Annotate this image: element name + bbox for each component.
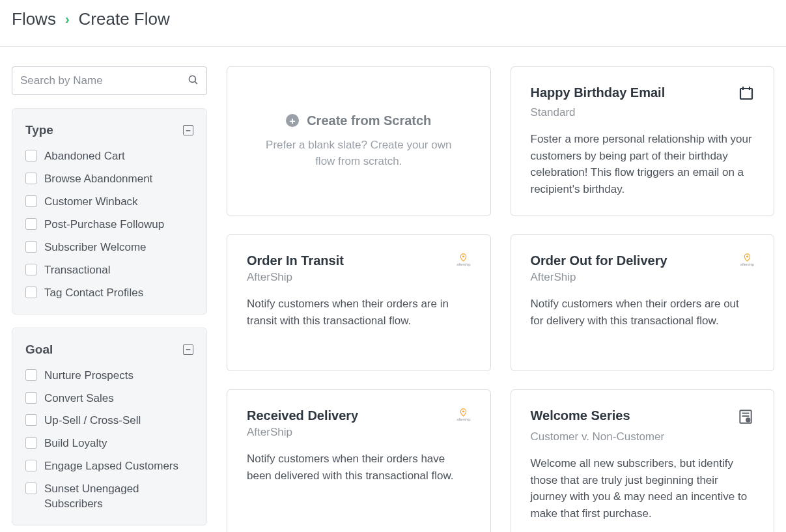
filter-label: Convert Sales (44, 391, 114, 406)
aftership-icon: aftership (456, 408, 470, 421)
filter-header-type: Type − (25, 123, 193, 137)
checkbox[interactable] (25, 287, 37, 298)
scratch-title-text: Create from Scratch (307, 113, 431, 128)
card-title: Received Delivery (247, 408, 358, 423)
filter-item[interactable]: Transactional (25, 263, 193, 278)
filter-label: Browse Abandonment (44, 172, 152, 187)
filter-label: Build Loyalty (44, 436, 107, 451)
sidebar: Type − Abandoned CartBrowse AbandonmentC… (12, 66, 207, 532)
card-description: Foster a more personal relationship with… (531, 131, 755, 197)
aftership-icon: aftership (456, 408, 470, 421)
card-subtitle: AfterShip (247, 271, 471, 284)
card-description: Notify customers when their orders are i… (247, 296, 471, 329)
filter-label: Transactional (44, 263, 110, 278)
svg-point-0 (189, 76, 195, 82)
template-grid: + Create from Scratch Prefer a blank sla… (227, 66, 774, 532)
card-subtitle: AfterShip (531, 271, 755, 284)
create-from-scratch-card[interactable]: + Create from Scratch Prefer a blank sla… (227, 66, 491, 216)
filter-item[interactable]: Abandoned Cart (25, 149, 193, 164)
filter-item[interactable]: Convert Sales (25, 391, 193, 406)
filter-label: Sunset Unengaged Subscribers (44, 482, 193, 512)
filter-label: Nurture Prospects (44, 369, 133, 384)
checkbox[interactable] (25, 460, 37, 471)
plus-circle-icon: + (286, 114, 299, 127)
flow-template-card[interactable]: Happy Birthday EmailStandardFoster a mor… (511, 66, 775, 216)
filter-label: Up-Sell / Cross-Sell (44, 413, 141, 428)
card-description: Notify customers when their orders are o… (531, 296, 755, 329)
checkbox[interactable] (25, 218, 37, 230)
card-subtitle: Standard (531, 106, 755, 119)
svg-point-5 (462, 256, 464, 258)
card-title: Happy Birthday Email (531, 85, 666, 100)
flow-template-card[interactable]: Received DeliveryaftershipAfterShipNotif… (227, 389, 491, 532)
filter-item[interactable]: Tag Contact Profiles (25, 286, 193, 301)
search-input[interactable] (20, 74, 188, 87)
flow-template-card[interactable]: Welcome SeriesCustomer v. Non-CustomerWe… (511, 389, 775, 532)
card-title: Order Out for Delivery (531, 253, 667, 268)
svg-rect-2 (740, 89, 752, 99)
chevron-right-icon: › (65, 12, 70, 27)
filter-item[interactable]: Sunset Unengaged Subscribers (25, 482, 193, 512)
aftership-icon: aftership (740, 253, 754, 266)
filter-item[interactable]: Browse Abandonment (25, 172, 193, 187)
collapse-icon[interactable]: − (183, 125, 193, 135)
flow-template-card[interactable]: Order In TransitaftershipAfterShipNotify… (227, 234, 491, 371)
main-content: Type − Abandoned CartBrowse AbandonmentC… (0, 47, 786, 532)
checkbox[interactable] (25, 241, 37, 253)
aftership-icon: aftership (456, 253, 470, 266)
checkbox[interactable] (25, 369, 37, 381)
collapse-icon[interactable]: − (183, 344, 193, 355)
filter-header-goal: Goal − (25, 343, 193, 357)
checkbox[interactable] (25, 483, 37, 494)
calendar-icon (738, 85, 754, 104)
filter-item[interactable]: Nurture Prospects (25, 369, 193, 384)
card-title: Welcome Series (531, 408, 630, 423)
aftership-icon: aftership (456, 253, 470, 266)
breadcrumb: Flows › Create Flow (12, 9, 774, 29)
checkbox[interactable] (25, 195, 37, 207)
page-header: Flows › Create Flow (0, 0, 786, 47)
checkbox[interactable] (25, 173, 37, 184)
filter-label: Abandoned Cart (44, 149, 125, 164)
breadcrumb-current: Create Flow (79, 9, 170, 29)
checkbox[interactable] (25, 392, 37, 404)
card-title: Order In Transit (247, 253, 344, 268)
svg-point-6 (746, 256, 748, 258)
checkbox[interactable] (25, 414, 37, 426)
filter-label: Post-Purchase Followup (44, 217, 164, 232)
filter-item[interactable]: Engage Lapsed Customers (25, 459, 193, 474)
filter-item[interactable]: Customer Winback (25, 195, 193, 210)
filter-label: Engage Lapsed Customers (44, 459, 178, 474)
svg-point-12 (748, 419, 749, 421)
checkbox[interactable] (25, 264, 37, 275)
card-description: Welcome all new subscribers, but identif… (531, 455, 755, 522)
filter-group-type: Type − Abandoned CartBrowse AbandonmentC… (12, 108, 207, 315)
filter-item[interactable]: Build Loyalty (25, 436, 193, 451)
filter-label: Tag Contact Profiles (44, 286, 143, 301)
breadcrumb-root[interactable]: Flows (12, 9, 56, 29)
filter-item[interactable]: Up-Sell / Cross-Sell (25, 413, 193, 428)
checkbox[interactable] (25, 150, 37, 161)
svg-point-7 (462, 411, 464, 413)
search-icon[interactable] (188, 74, 199, 88)
filter-group-goal: Goal − Nurture ProspectsConvert SalesUp-… (12, 328, 207, 526)
flow-template-card[interactable]: Order Out for DeliveryaftershipAfterShip… (511, 234, 775, 371)
filter-item[interactable]: Post-Purchase Followup (25, 217, 193, 232)
card-subtitle: AfterShip (247, 426, 471, 439)
aftership-icon: aftership (740, 253, 754, 266)
filter-item[interactable]: Subscriber Welcome (25, 240, 193, 255)
card-description: Notify customers when their orders have … (247, 451, 471, 484)
checkbox[interactable] (25, 437, 37, 449)
filter-label: Subscriber Welcome (44, 240, 147, 255)
filter-title: Goal (25, 343, 53, 357)
filter-label: Customer Winback (44, 195, 138, 210)
search-box[interactable] (12, 66, 207, 95)
scratch-description: Prefer a blank slate? Create your own fl… (264, 137, 453, 169)
card-subtitle: Customer v. Non-Customer (531, 430, 755, 443)
svg-line-1 (195, 81, 197, 84)
filter-title: Type (25, 123, 53, 137)
document-icon (737, 408, 754, 428)
